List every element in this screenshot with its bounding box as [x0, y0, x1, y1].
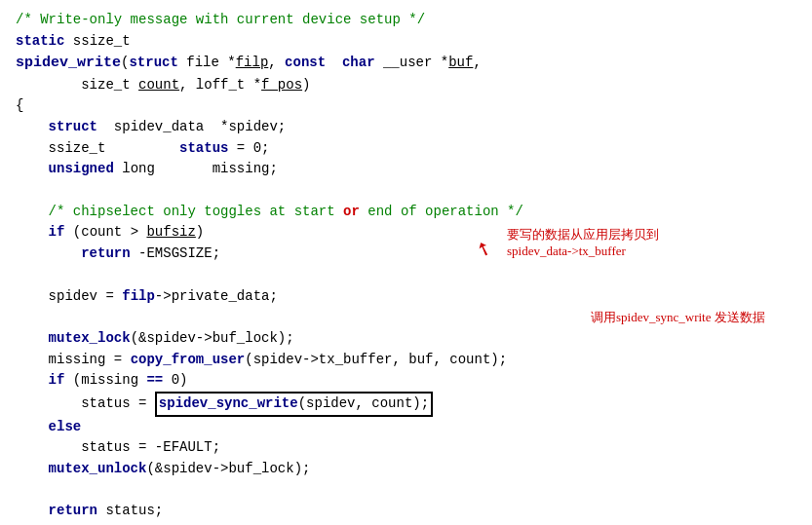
- line-16: mutex_lock(&spidev->buf_lock);: [16, 328, 796, 350]
- code-container: /* Write-only message with current devic…: [0, 0, 812, 525]
- line-18: if (missing == 0): [16, 370, 796, 392]
- line-3: spidev_write(struct file *filp, const ch…: [16, 52, 796, 74]
- line-blank-4: [16, 480, 796, 502]
- line-10: /* chipselect only toggles at start or e…: [16, 202, 796, 223]
- line-4: size_t count, loff_t *f_pos): [16, 75, 796, 96]
- line-5: {: [16, 95, 796, 117]
- line-blank-1: [16, 180, 796, 202]
- line-14: spidev = filp->private_data;: [16, 286, 796, 308]
- line-11: if (count > bufsiz): [16, 222, 796, 244]
- line-21: status = -EFAULT;: [16, 437, 796, 459]
- line-6: struct spidev_data *spidev;: [16, 117, 796, 138]
- annotation-1: 要写的数据从应用层拷贝到spidev_data->tx_buffer: [507, 226, 659, 259]
- line-8: unsigned long missing;: [16, 159, 796, 180]
- line-1: /* Write-only message with current devic…: [16, 10, 796, 31]
- line-7: ssize_t status = 0;: [16, 138, 796, 160]
- line-blank-2: [16, 265, 796, 286]
- line-20: else: [16, 417, 796, 438]
- line-24: return status;: [16, 501, 796, 522]
- line-22: mutex_unlock(&spidev->buf_lock);: [16, 459, 796, 480]
- annotation-2: 调用spidev_sync_write 发送数据: [591, 309, 765, 326]
- line-19: status = spidev_sync_write(spidev, count…: [16, 392, 796, 417]
- line-2: static ssize_t: [16, 31, 796, 53]
- line-17: missing = copy_from_user(spidev->tx_buff…: [16, 350, 796, 371]
- line-12: return -EMSGSIZE;: [16, 244, 796, 265]
